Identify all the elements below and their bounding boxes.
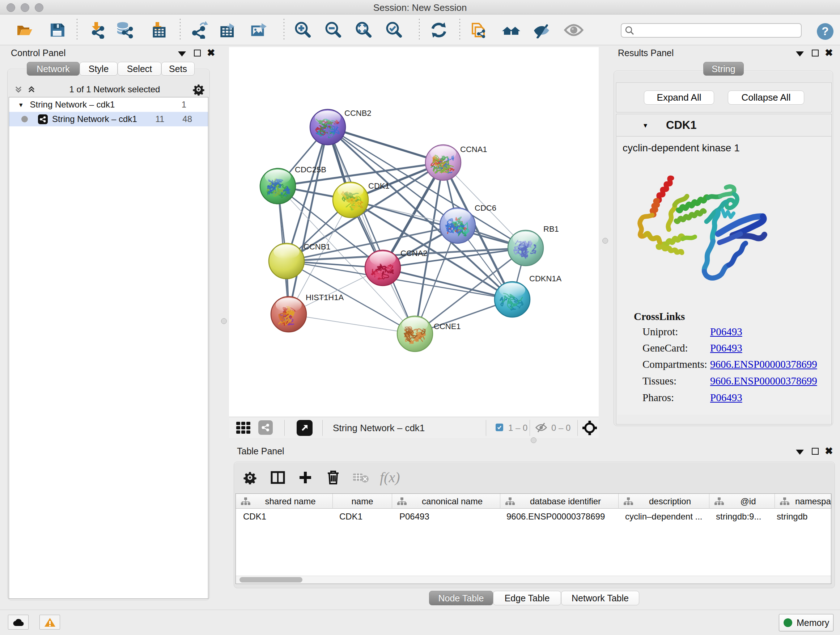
- svg-text:RB1: RB1: [543, 225, 559, 233]
- svg-text:CDC6: CDC6: [475, 203, 496, 212]
- svg-text:CCNB1: CCNB1: [303, 242, 331, 251]
- svg-text:CCNA1: CCNA1: [460, 145, 487, 154]
- svg-text:?: ?: [821, 25, 829, 38]
- svg-text:CCNA2: CCNA2: [401, 249, 428, 258]
- svg-text:CDC25B: CDC25B: [295, 165, 326, 174]
- svg-text:CCNB2: CCNB2: [344, 109, 371, 118]
- svg-text:CDKN1A: CDKN1A: [529, 274, 562, 283]
- svg-text:HIST1H1A: HIST1H1A: [306, 293, 344, 302]
- svg-text:CDK1: CDK1: [368, 181, 390, 190]
- svg-text:CCNE1: CCNE1: [434, 322, 461, 331]
